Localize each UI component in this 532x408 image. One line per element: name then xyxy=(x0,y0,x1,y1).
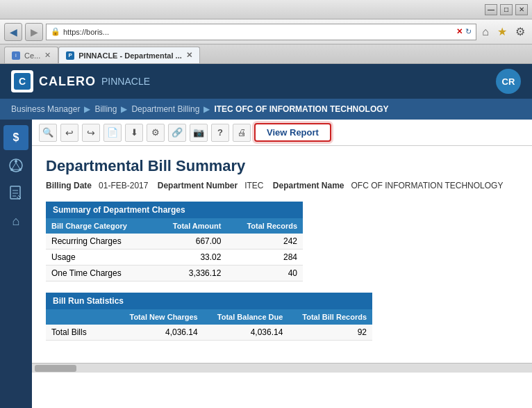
svg-rect-9 xyxy=(10,186,20,199)
row3-records: 40 xyxy=(226,266,303,281)
undo-button[interactable]: ↩ xyxy=(60,124,78,142)
dept-name-value: OFC OF INFORMATION TECHNOLOGY xyxy=(351,181,504,190)
charges-table: Bill Charge Category Total Amount Total … xyxy=(46,218,303,281)
svg-point-3 xyxy=(15,160,17,163)
stat-row1-balance: 4,036.14 xyxy=(203,325,289,341)
row2-amount: 33.02 xyxy=(153,250,226,266)
svg-point-4 xyxy=(10,168,13,171)
row2-category: Usage xyxy=(46,250,153,266)
report-content: Departmental Bill Summary Billing Date 0… xyxy=(32,146,532,363)
media-button[interactable]: 📷 xyxy=(190,124,208,142)
ssl-icon: 🔒 xyxy=(51,27,60,36)
svg-point-5 xyxy=(19,168,22,171)
breadcrumb-business-manager[interactable]: Business Manager xyxy=(11,104,80,114)
breadcrumb-current: ITEC OFC OF INFORMATION TECHNOLOGY xyxy=(214,104,388,114)
breadcrumb: Business Manager ▶ Billing ▶ Department … xyxy=(0,99,532,120)
row3-amount: 3,336.12 xyxy=(153,266,226,281)
redo-button[interactable]: ↪ xyxy=(82,124,100,142)
help-button[interactable]: ? xyxy=(211,124,229,142)
bookmarks-icon[interactable]: ★ xyxy=(494,25,510,38)
sidebar-item-billing[interactable]: $ xyxy=(3,125,28,150)
stat-row1-total: 92 xyxy=(288,325,372,341)
refresh-icon[interactable]: ↻ xyxy=(465,27,472,36)
browser-settings-icon[interactable]: ⚙ xyxy=(513,25,528,38)
svg-line-6 xyxy=(13,163,16,168)
billing-date-label: Billing Date xyxy=(46,181,92,190)
forward-button[interactable]: ▶ xyxy=(25,23,43,41)
breadcrumb-dept-billing[interactable]: Department Billing xyxy=(131,104,199,114)
tab2-label: PINNACLE - Departmental ... xyxy=(78,51,182,60)
print-button[interactable]: 🖨 xyxy=(233,124,251,142)
report-toolbar: 🔍 ↩ ↪ 📄 ⬇ ⚙ 🔗 📷 ? 🖨 View Report xyxy=(32,120,532,146)
home-nav-icon[interactable]: ⌂ xyxy=(479,26,492,38)
sidebar-item-network[interactable] xyxy=(3,153,28,178)
table-row: Total Bills 4,036.14 4,036.14 92 xyxy=(46,325,372,341)
section2-header: Bill Run Statistics xyxy=(46,293,372,309)
scrollbar-thumb[interactable] xyxy=(35,365,76,372)
svg-text:C: C xyxy=(19,76,26,87)
statistics-table: Total New Charges Total Balance Due Tota… xyxy=(46,309,372,341)
brand-name: CALERO xyxy=(39,74,96,89)
breadcrumb-sep3: ▶ xyxy=(203,104,210,114)
billing-date-value: 01-FEB-2017 xyxy=(99,181,148,190)
tab-pinnacle[interactable]: P PINNACLE - Departmental ... ✕ xyxy=(58,47,200,63)
settings-button[interactable]: ⚙ xyxy=(147,124,165,142)
tab-ce[interactable]: i Ce... ✕ xyxy=(4,47,58,63)
tab1-label: Ce... xyxy=(24,51,40,60)
address-text: https://boris... xyxy=(63,28,454,36)
app-header: C CALERO PINNACLE CR xyxy=(0,64,532,99)
breadcrumb-sep2: ▶ xyxy=(121,104,127,114)
tab2-close-icon[interactable]: ✕ xyxy=(186,51,192,60)
minimize-button[interactable]: — xyxy=(485,4,497,15)
row1-records: 242 xyxy=(226,234,303,250)
svg-line-7 xyxy=(16,163,19,168)
horizontal-scrollbar[interactable] xyxy=(32,363,532,373)
stat-col2: Total Balance Due xyxy=(203,309,289,325)
stat-col3: Total Bill Records xyxy=(288,309,372,325)
sidebar-item-home[interactable]: ⌂ xyxy=(3,209,28,234)
tab2-icon: P xyxy=(66,51,74,60)
breadcrumb-billing[interactable]: Billing xyxy=(94,104,117,114)
stat-col0 xyxy=(46,309,115,325)
report-title: Departmental Bill Summary xyxy=(46,157,518,175)
row1-category: Recurring Charges xyxy=(46,234,153,250)
stat-row1-new: 4,036.14 xyxy=(115,325,203,341)
row2-records: 284 xyxy=(226,250,303,266)
breadcrumb-sep1: ▶ xyxy=(84,104,90,114)
table-row: Usage 33.02 284 xyxy=(46,250,303,266)
stat-row1-label: Total Bills xyxy=(46,325,115,341)
browser-titlebar: — □ ✕ xyxy=(0,0,532,19)
close-button[interactable]: ✕ xyxy=(515,4,528,15)
document-button[interactable]: 📄 xyxy=(103,124,122,142)
browser-navbar: ◀ ▶ 🔒 https://boris... ✕ ↻ ⌂ ★ ⚙ xyxy=(0,19,532,44)
col-header-category: Bill Charge Category xyxy=(46,218,153,234)
download-button[interactable]: ⬇ xyxy=(125,124,143,142)
clear-icon[interactable]: ✕ xyxy=(456,27,463,36)
row1-amount: 667.00 xyxy=(153,234,226,250)
sidebar-item-reports[interactable] xyxy=(3,181,28,206)
col-header-records: Total Records xyxy=(226,218,303,234)
link-button[interactable]: 🔗 xyxy=(168,124,186,142)
dept-name-label: Department Name xyxy=(273,181,344,190)
main-layout: $ xyxy=(0,120,532,408)
view-report-button[interactable]: View Report xyxy=(254,123,331,142)
sidebar: $ xyxy=(0,120,32,408)
table-row: Recurring Charges 667.00 242 xyxy=(46,234,303,250)
logo-icon: C xyxy=(11,70,33,92)
row3-category: One Time Charges xyxy=(46,266,153,281)
stat-col1: Total New Charges xyxy=(115,309,203,325)
user-avatar[interactable]: CR xyxy=(496,69,521,94)
search-button[interactable]: 🔍 xyxy=(39,124,57,142)
address-bar[interactable]: 🔒 https://boris... ✕ ↻ xyxy=(46,24,476,40)
dept-num-label: Department Number xyxy=(158,181,238,190)
dept-num-value: ITEC xyxy=(244,181,263,190)
table-row: One Time Charges 3,336.12 40 xyxy=(46,266,303,281)
tab1-close-icon[interactable]: ✕ xyxy=(44,51,51,60)
back-button[interactable]: ◀ xyxy=(4,23,22,41)
section1-header: Summary of Department Charges xyxy=(46,202,303,218)
app-container: C CALERO PINNACLE CR Business Manager ▶ … xyxy=(0,64,532,408)
report-meta: Billing Date 01-FEB-2017 Department Numb… xyxy=(46,181,518,190)
tab1-icon: i xyxy=(12,51,20,60)
calero-logo: C CALERO PINNACLE xyxy=(11,70,150,92)
maximize-button[interactable]: □ xyxy=(500,4,513,15)
